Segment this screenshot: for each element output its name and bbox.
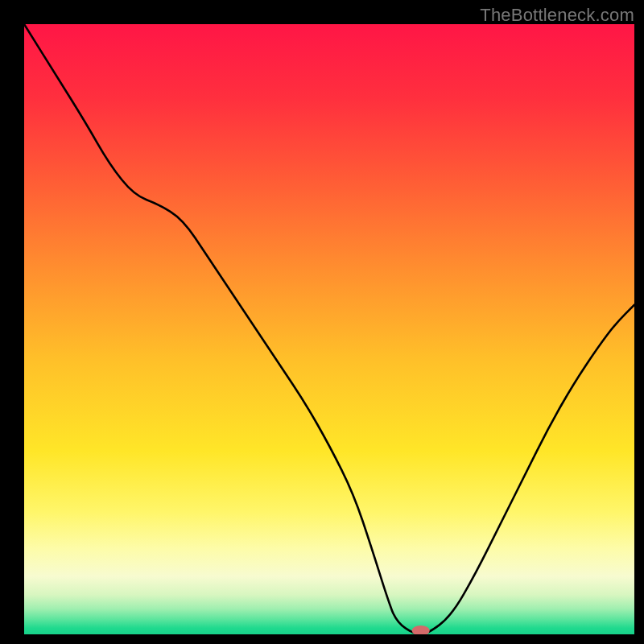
watermark-label: TheBottleneck.com: [480, 5, 634, 26]
chart-svg: [24, 24, 634, 634]
gradient-background: [24, 24, 634, 634]
chart-frame: TheBottleneck.com: [0, 0, 644, 644]
plot-area: [24, 24, 634, 634]
